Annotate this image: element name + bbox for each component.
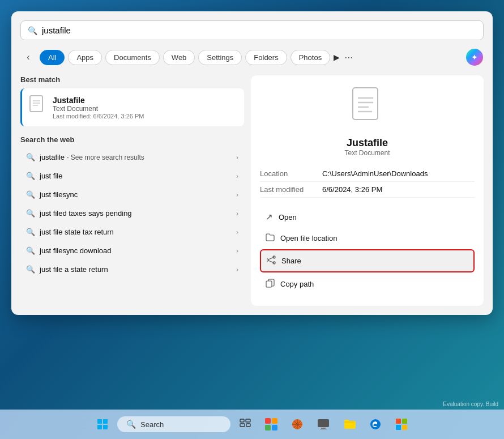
search-input[interactable]: [42, 25, 476, 35]
detail-location-row: Location C:\Users\AdminUser\Downloads: [260, 166, 475, 182]
svg-rect-30: [402, 419, 407, 424]
best-match-card[interactable]: Justafile Text Document Last modified: 6…: [20, 88, 244, 126]
right-panel: Justafile Text Document Location C:\User…: [251, 75, 484, 306]
web-item-1[interactable]: 🔍 just file ›: [20, 167, 244, 185]
filter-tabs: ‹ All Apps Documents Web Settings Folder…: [20, 48, 484, 66]
more-button[interactable]: ···: [344, 52, 353, 63]
left-panel: Best match Justafile Text Document Last …: [20, 75, 244, 306]
tab-folders[interactable]: Folders: [245, 50, 287, 65]
tab-web[interactable]: Web: [163, 50, 195, 65]
svg-rect-32: [402, 425, 407, 430]
tab-documents[interactable]: Documents: [105, 50, 160, 65]
chevron-right-icon-4: ›: [236, 228, 238, 236]
best-match-modified: Last modified: 6/6/2024, 3:26 PM: [53, 113, 144, 120]
web-item-5[interactable]: 🔍 just filesync download ›: [20, 242, 244, 259]
tab-photos[interactable]: Photos: [291, 50, 330, 65]
svg-rect-13: [103, 419, 108, 424]
best-match-title: Best match: [20, 75, 244, 84]
start-button[interactable]: [91, 413, 114, 436]
file-type-label: Text Document: [344, 149, 390, 157]
svg-rect-19: [246, 424, 250, 427]
chevron-right-icon-5: ›: [236, 247, 238, 255]
taskbar-search-icon: 🔍: [126, 420, 136, 429]
location-value: C:\Users\AdminUser\Downloads: [322, 169, 428, 178]
taskbar-edge-icon[interactable]: [364, 413, 387, 436]
web-item-text-0: justafile - See more search results: [40, 153, 232, 161]
action-open-location-label: Open file location: [280, 234, 337, 242]
web-items: 🔍 justafile - See more search results › …: [20, 148, 244, 278]
taskbar-search[interactable]: 🔍 Search: [117, 416, 230, 432]
taskbar: 🔍 Search: [0, 410, 504, 439]
web-item-text-5: just filesync download: [40, 246, 232, 255]
svg-rect-2: [30, 96, 42, 112]
chevron-right-icon-2: ›: [236, 191, 238, 199]
file-title: Justafile: [347, 137, 388, 149]
best-match-info: Justafile Text Document Last modified: 6…: [53, 96, 144, 120]
web-item-2[interactable]: 🔍 just filesync ›: [20, 186, 244, 203]
svg-rect-27: [320, 429, 327, 430]
svg-rect-26: [321, 428, 326, 429]
web-item-text-3: just filed taxes says pending: [40, 209, 232, 218]
taskbar-store-icon[interactable]: [390, 413, 413, 436]
search-panel: 🔍 ‹ All Apps Documents Web Settings Fold…: [11, 11, 493, 315]
svg-rect-31: [396, 425, 401, 430]
svg-rect-21: [272, 418, 277, 424]
svg-rect-22: [265, 425, 271, 431]
best-match-type: Text Document: [53, 105, 144, 113]
file-icon-small: [29, 95, 47, 120]
svg-rect-14: [97, 425, 102, 429]
taskbar-files-icon[interactable]: [338, 413, 361, 436]
taskbar-search-label: Search: [140, 420, 164, 429]
file-icon-large: [351, 87, 385, 133]
svg-rect-17: [246, 419, 250, 422]
web-item-6[interactable]: 🔍 just file a state return ›: [20, 261, 244, 278]
search-input-row[interactable]: 🔍: [20, 20, 484, 40]
copy-path-icon: [266, 279, 275, 289]
search-web-icon-2: 🔍: [26, 190, 35, 199]
web-item-text-6: just file a state return: [40, 265, 232, 274]
tab-settings[interactable]: Settings: [198, 50, 242, 65]
web-item-4[interactable]: 🔍 just file state tax return ›: [20, 223, 244, 241]
chevron-right-icon-3: ›: [236, 210, 238, 218]
search-web-icon-5: 🔍: [26, 246, 35, 255]
tab-apps[interactable]: Apps: [68, 50, 102, 65]
taskbar-apps-icon[interactable]: [260, 413, 283, 436]
web-item-0[interactable]: 🔍 justafile - See more search results ›: [20, 148, 244, 166]
task-view-button[interactable]: [234, 413, 257, 436]
web-item-3[interactable]: 🔍 just filed taxes says pending ›: [20, 204, 244, 222]
taskbar-desktop-icon[interactable]: [312, 413, 335, 436]
search-web-icon-4: 🔍: [26, 228, 35, 236]
share-icon: [267, 255, 276, 266]
chevron-right-icon-1: ›: [236, 172, 238, 180]
svg-rect-12: [97, 419, 102, 424]
action-open[interactable]: ↗ Open: [260, 207, 475, 227]
web-item-text-4: just file state tax return: [40, 228, 232, 236]
search-web-icon-1: 🔍: [26, 172, 35, 180]
taskbar-sports-icon[interactable]: [286, 413, 309, 436]
svg-rect-29: [396, 419, 401, 424]
search-web-icon-3: 🔍: [26, 209, 35, 218]
chevron-right-icon-6: ›: [236, 266, 238, 274]
detail-modified-row: Last modified 6/6/2024, 3:26 PM: [260, 182, 475, 198]
action-open-location[interactable]: Open file location: [260, 228, 475, 248]
action-open-label: Open: [279, 213, 297, 221]
svg-rect-16: [240, 419, 244, 422]
copilot-icon[interactable]: ✦: [465, 48, 484, 66]
action-copy-path[interactable]: Copy path: [260, 274, 475, 295]
svg-rect-18: [240, 424, 245, 427]
svg-rect-23: [272, 425, 277, 431]
file-details: Location C:\Users\AdminUser\Downloads La…: [260, 166, 475, 198]
svg-rect-20: [265, 418, 271, 424]
back-button[interactable]: ‹: [20, 49, 36, 65]
file-preview: Justafile Text Document: [260, 87, 475, 157]
search-icon: 🔍: [28, 26, 37, 35]
best-match-name: Justafile: [53, 96, 144, 105]
action-share[interactable]: Share: [260, 249, 475, 272]
tab-all[interactable]: All: [40, 50, 65, 65]
search-web-icon-6: 🔍: [26, 265, 35, 274]
svg-rect-11: [266, 281, 272, 287]
chevron-right-icon-0: ›: [236, 154, 238, 161]
web-item-text-2: just filesync: [40, 190, 232, 199]
action-list: ↗ Open Open file location Share: [260, 207, 475, 295]
play-button[interactable]: ▶: [334, 53, 340, 62]
